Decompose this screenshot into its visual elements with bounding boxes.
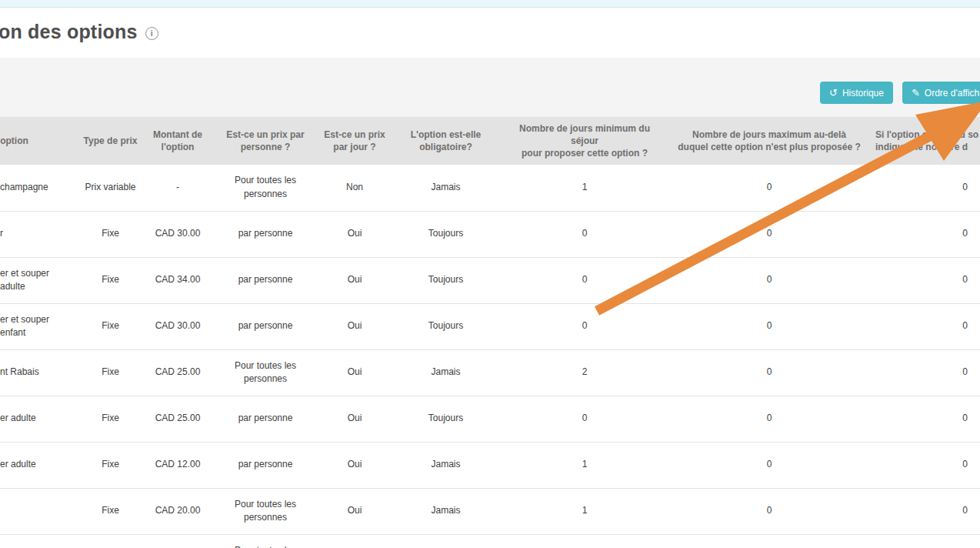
table-cell: 0 — [668, 257, 871, 303]
table-cell: r — [0, 211, 77, 257]
table-cell: CAD 30.00 — [144, 211, 212, 257]
table-cell: Pour toutes les personnes — [212, 488, 319, 534]
table-cell: Toujours — [390, 211, 502, 257]
table-header-row: l'optionType de prixMontant de l'optionE… — [0, 117, 980, 165]
table-cell: 1 — [502, 165, 668, 211]
history-icon: ↺ — [829, 88, 838, 98]
table-row: nt RabaisFixeCAD 25.00Pour toutes les pe… — [0, 349, 980, 396]
column-header: Nombre de jours minimum du séjour pour p… — [502, 117, 668, 165]
table-cell: 0 — [871, 488, 980, 534]
table-cell: Oui — [319, 257, 390, 303]
column-header: Nombre de jours maximum au-delà duquel c… — [668, 117, 871, 165]
table-cell: Fixe — [77, 396, 144, 442]
column-header: Est-ce un prix par jour ? — [319, 117, 390, 165]
table-cell: 0 — [871, 257, 980, 303]
table-cell: Jamais — [390, 165, 502, 211]
table-cell: Oui — [319, 211, 390, 257]
table-cell: Prix variable — [77, 165, 144, 211]
table-cell: 0 — [502, 211, 668, 257]
table-body: champagnePrix variable-Pour toutes les p… — [0, 165, 980, 548]
toolbar-buttons: ↺ Historique ✎ Ordre d'affichage — [820, 82, 980, 104]
pencil-icon: ✎ — [912, 88, 920, 98]
column-header: Montant de l'option — [144, 117, 212, 165]
table-cell: Pour toutes les personnes — [212, 534, 319, 548]
table-cell: 0 — [502, 257, 668, 303]
table-cell: Fixe — [77, 257, 144, 303]
table-cell — [0, 534, 77, 548]
table-cell: Jamais — [390, 488, 502, 534]
historique-button[interactable]: ↺ Historique — [820, 82, 893, 104]
top-banner — [0, 0, 980, 8]
table-cell: 0 — [668, 349, 871, 396]
table-cell: Fixe — [77, 211, 144, 257]
table-cell: CAD 12.00 — [144, 442, 212, 488]
table-cell — [77, 534, 144, 548]
table-cell: Oui — [319, 303, 390, 349]
table-cell: Pour toutes les personnes — [212, 165, 319, 211]
table-cell: 0 — [871, 349, 980, 396]
table-cell: CAD 25.00 — [144, 349, 212, 396]
table-cell: Toujours — [390, 257, 502, 303]
table-cell: Fixe — [77, 349, 144, 396]
table-row: rFixeCAD 30.00par personneOuiToujours000 — [0, 211, 980, 257]
table-cell: 1 — [502, 442, 668, 488]
table-cell: Toujours — [390, 396, 502, 442]
column-header: l'option — [0, 117, 77, 165]
table-cell: er adulte — [0, 396, 77, 442]
table-cell: 0 — [502, 396, 668, 442]
table-cell: Oui — [319, 396, 390, 442]
title-row: on des options i — [0, 21, 158, 43]
ordre-affichage-button-label: Ordre d'affichage — [925, 88, 980, 99]
table-cell: Fixe — [77, 488, 144, 534]
ordre-affichage-button[interactable]: ✎ Ordre d'affichage — [902, 82, 980, 104]
historique-button-label: Historique — [842, 88, 884, 99]
table-cell: par personne — [212, 303, 319, 349]
table-cell: Oui — [319, 488, 390, 534]
table-cell: 0 — [668, 165, 871, 211]
table-row: er et souper adulteFixeCAD 34.00par pers… — [0, 257, 980, 303]
table-cell: 1 — [502, 488, 668, 534]
table-cell: er adulte — [0, 442, 77, 488]
table-cell: 0 — [871, 396, 980, 442]
column-header: Si l'option est vendu so indiquez le nom… — [871, 117, 980, 165]
table-cell — [502, 534, 668, 548]
table-cell: CAD 25.00 — [144, 396, 212, 442]
table-cell: 0 — [871, 165, 980, 211]
table-cell: Oui — [319, 442, 390, 488]
table-row: champagnePrix variable-Pour toutes les p… — [0, 165, 980, 211]
column-header: Type de prix — [77, 117, 144, 165]
table-cell: Fixe — [77, 442, 144, 488]
table-cell: champagne — [0, 165, 77, 211]
table-cell: 2 — [502, 349, 668, 396]
table-cell: nt Rabais — [0, 349, 77, 396]
options-table-wrap: l'optionType de prixMontant de l'optionE… — [0, 117, 980, 548]
table-cell: CAD 34.00 — [144, 257, 212, 303]
table-cell — [668, 534, 871, 548]
table-row-partial: Pour toutes les personnes — [0, 534, 980, 548]
table-cell: Fixe — [77, 303, 144, 349]
table-cell — [144, 534, 212, 548]
table-cell: Jamais — [390, 442, 502, 488]
table-row: FixeCAD 20.00Pour toutes les personnesOu… — [0, 488, 980, 534]
table-cell: 0 — [668, 442, 871, 488]
table-row: er et souper enfantFixeCAD 30.00par pers… — [0, 303, 980, 349]
table-cell: Pour toutes les personnes — [212, 349, 319, 396]
table-cell: par personne — [212, 442, 319, 488]
table-cell: Jamais — [390, 349, 502, 396]
table-cell: 0 — [871, 442, 980, 488]
info-icon[interactable]: i — [145, 27, 158, 40]
table-cell: 0 — [668, 211, 871, 257]
table-cell: - — [144, 165, 212, 211]
table-cell: CAD 20.00 — [144, 488, 212, 534]
table-cell: er et souper adulte — [0, 257, 77, 303]
table-cell: 0 — [502, 303, 668, 349]
table-cell: par personne — [212, 396, 319, 442]
column-header: L'option est-elle obligatoire? — [390, 117, 502, 165]
table-cell: 0 — [871, 303, 980, 349]
table-row: er adulteFixeCAD 25.00par personneOuiTou… — [0, 396, 980, 442]
table-row: er adulteFixeCAD 12.00par personneOuiJam… — [0, 442, 980, 488]
table-cell: par personne — [212, 211, 319, 257]
table-cell: CAD 30.00 — [144, 303, 212, 349]
table-cell: 0 — [668, 303, 871, 349]
table-cell: Oui — [319, 349, 390, 396]
